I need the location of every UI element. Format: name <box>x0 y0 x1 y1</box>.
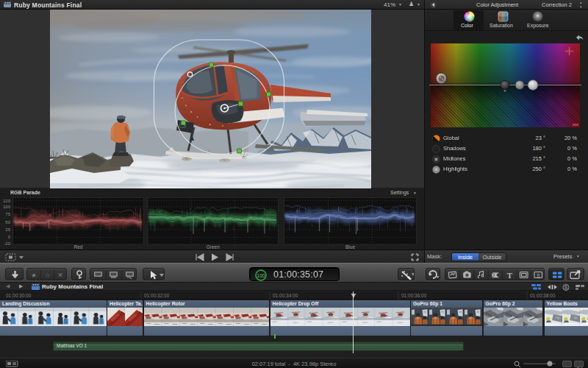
svg-text:Red: Red <box>74 244 83 250</box>
svg-text:100: 100 <box>3 204 11 208</box>
svg-text:Blue: Blue <box>345 244 355 250</box>
svg-text:S: S <box>564 285 568 290</box>
svg-text:50: 50 <box>5 219 10 224</box>
svg-text:75: 75 <box>5 212 10 216</box>
svg-text:120: 120 <box>3 198 11 202</box>
svg-text:★: ★ <box>31 272 37 279</box>
svg-text:☆: ☆ <box>44 272 50 279</box>
svg-text:25: 25 <box>5 227 10 232</box>
svg-text:0: 0 <box>8 235 11 239</box>
svg-text:T: T <box>507 271 513 280</box>
svg-text:-20: -20 <box>4 241 10 245</box>
svg-text:S: S <box>537 273 540 278</box>
svg-text:✕: ✕ <box>57 272 63 279</box>
svg-text:100: 100 <box>257 272 265 277</box>
svg-text:Green: Green <box>207 244 220 250</box>
